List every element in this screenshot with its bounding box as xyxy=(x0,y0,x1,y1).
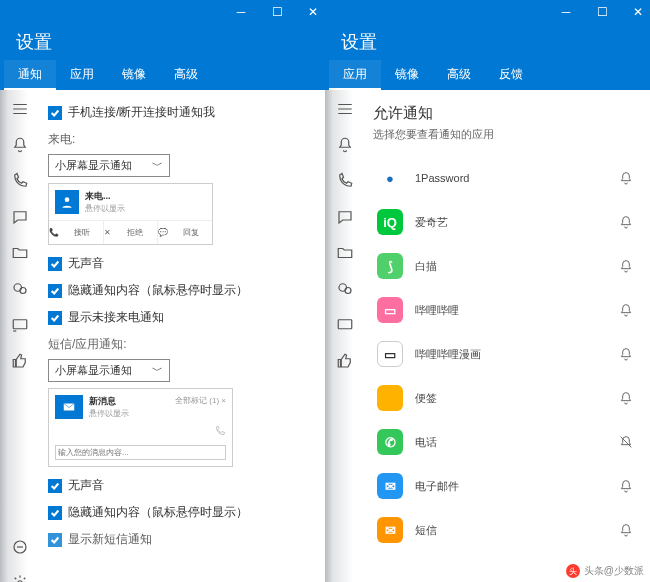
app-row[interactable]: iQ爱奇艺 xyxy=(373,200,640,244)
wechat-icon[interactable] xyxy=(11,280,29,298)
bell-icon[interactable] xyxy=(618,390,634,406)
maximize-button[interactable]: ☐ xyxy=(594,5,610,19)
bell-icon[interactable] xyxy=(618,478,634,494)
checkbox-silent-sms[interactable] xyxy=(48,479,62,493)
bell-icon[interactable] xyxy=(618,258,634,274)
label-connect-notify: 手机连接/断开连接时通知我 xyxy=(68,104,215,121)
phone-icon[interactable] xyxy=(11,172,29,190)
app-row[interactable]: ✉电子邮件 xyxy=(373,464,640,508)
avatar-icon xyxy=(55,190,79,214)
app-name: 短信 xyxy=(415,523,618,538)
minimize-button[interactable]: ─ xyxy=(233,5,249,19)
tabs-bar: 应用 镜像 高级 反馈 xyxy=(325,60,650,90)
bell-icon[interactable] xyxy=(618,346,634,362)
sidebar xyxy=(325,90,365,582)
minimize-button[interactable]: ─ xyxy=(558,5,574,19)
checkbox-missed-call[interactable] xyxy=(48,311,62,325)
bell-icon[interactable] xyxy=(618,170,634,186)
thumb-icon[interactable] xyxy=(336,352,354,370)
thumb-icon[interactable] xyxy=(11,352,29,370)
app-row[interactable]: ●1Password xyxy=(373,156,640,200)
bell-icon[interactable] xyxy=(618,302,634,318)
sidebar xyxy=(0,90,40,582)
app-icon xyxy=(377,385,403,411)
tab-mirror[interactable]: 镜像 xyxy=(381,60,433,90)
app-name: 便签 xyxy=(415,391,618,406)
bell-icon[interactable] xyxy=(618,522,634,538)
preview-sms-meta[interactable]: 全部标记 (1) × xyxy=(175,395,226,406)
app-name: 白描 xyxy=(415,259,618,274)
titlebar: ─ ☐ ✕ xyxy=(325,0,650,24)
page-title: 设置 xyxy=(16,30,309,60)
watermark-icon: 头 xyxy=(566,564,580,578)
tab-advanced[interactable]: 高级 xyxy=(433,60,485,90)
sms-preview: 新消息 悬停以显示 全部标记 (1) × xyxy=(48,388,233,467)
wechat-icon[interactable] xyxy=(336,280,354,298)
close-button[interactable]: ✕ xyxy=(630,5,646,19)
label-hide-call: 隐藏通知内容（鼠标悬停时显示） xyxy=(68,282,248,299)
preview-call-title: 来电... xyxy=(85,190,125,203)
phone-icon[interactable] xyxy=(214,425,226,437)
dropdown-sms-value: 小屏幕显示通知 xyxy=(55,363,132,378)
app-row[interactable]: ▭哔哩哔哩 xyxy=(373,288,640,332)
section-heading: 允许通知 xyxy=(373,104,640,123)
tab-apps[interactable]: 应用 xyxy=(56,60,108,90)
checkbox-hide-call[interactable] xyxy=(48,284,62,298)
section-subheading: 选择您要查看通知的应用 xyxy=(373,127,640,142)
bell-muted-icon[interactable] xyxy=(618,434,634,450)
bell-icon[interactable] xyxy=(11,136,29,154)
app-name: 哔哩哔哩漫画 xyxy=(415,347,618,362)
label-missed-call: 显示未接来电通知 xyxy=(68,309,164,326)
bell-icon[interactable] xyxy=(336,136,354,154)
app-name: 1Password xyxy=(415,172,618,184)
checkbox-hide-sms[interactable] xyxy=(48,506,62,520)
message-icon[interactable] xyxy=(336,208,354,226)
minus-icon[interactable] xyxy=(11,538,29,556)
tab-apps[interactable]: 应用 xyxy=(329,60,381,90)
svg-rect-9 xyxy=(338,320,352,329)
app-row[interactable]: ✆电话 xyxy=(373,420,640,464)
checkbox-silent-call[interactable] xyxy=(48,257,62,271)
preview-action-decline[interactable]: ✕ 拒绝 xyxy=(104,221,159,244)
tab-mirror[interactable]: 镜像 xyxy=(108,60,160,90)
message-icon[interactable] xyxy=(11,208,29,226)
tab-feedback[interactable]: 反馈 xyxy=(485,60,537,90)
bell-icon[interactable] xyxy=(618,214,634,230)
call-preview: 来电... 悬停以显示 📞 接听 ✕ 拒绝 💬 回复 xyxy=(48,183,213,245)
apps-content: 允许通知 选择您要查看通知的应用 ●1PasswordiQ爱奇艺⟆白描▭哔哩哔哩… xyxy=(365,90,650,582)
dropdown-call-display[interactable]: 小屏幕显示通知 ﹀ xyxy=(48,154,170,177)
app-row[interactable]: 便签 xyxy=(373,376,640,420)
cast-icon[interactable] xyxy=(336,316,354,334)
maximize-button[interactable]: ☐ xyxy=(269,5,285,19)
sms-input[interactable] xyxy=(55,445,226,460)
menu-icon[interactable] xyxy=(11,100,29,118)
folder-icon[interactable] xyxy=(11,244,29,262)
page-title: 设置 xyxy=(341,30,634,60)
label-silent-sms: 无声音 xyxy=(68,477,104,494)
preview-action-answer[interactable]: 📞 接听 xyxy=(49,221,104,244)
app-list: ●1PasswordiQ爱奇艺⟆白描▭哔哩哔哩▭哔哩哔哩漫画便签✆电话✉电子邮件… xyxy=(373,156,640,552)
tab-advanced[interactable]: 高级 xyxy=(160,60,212,90)
phone-icon[interactable] xyxy=(336,172,354,190)
close-button[interactable]: ✕ xyxy=(305,5,321,19)
label-silent-call: 无声音 xyxy=(68,255,104,272)
app-name: 电子邮件 xyxy=(415,479,618,494)
settings-window-notifications: ─ ☐ ✕ 设置 通知 应用 镜像 高级 手机连接 xyxy=(0,0,325,582)
checkbox-connect-notify[interactable] xyxy=(48,106,62,120)
chevron-down-icon: ﹀ xyxy=(152,363,163,378)
checkbox-new-sms[interactable] xyxy=(48,533,62,547)
app-row[interactable]: ⟆白描 xyxy=(373,244,640,288)
preview-sms-sub: 悬停以显示 xyxy=(89,408,129,419)
app-row[interactable]: ▭哔哩哔哩漫画 xyxy=(373,332,640,376)
preview-action-reply[interactable]: 💬 回复 xyxy=(158,221,212,244)
folder-icon[interactable] xyxy=(336,244,354,262)
dropdown-sms-display[interactable]: 小屏幕显示通知 ﹀ xyxy=(48,359,170,382)
tab-notifications[interactable]: 通知 xyxy=(4,60,56,90)
menu-icon[interactable] xyxy=(336,100,354,118)
app-row[interactable]: ✉短信 xyxy=(373,508,640,552)
chevron-down-icon: ﹀ xyxy=(152,158,163,173)
app-icon: ✆ xyxy=(377,429,403,455)
cast-icon[interactable] xyxy=(11,316,29,334)
gear-icon[interactable] xyxy=(11,574,29,582)
app-name: 电话 xyxy=(415,435,618,450)
